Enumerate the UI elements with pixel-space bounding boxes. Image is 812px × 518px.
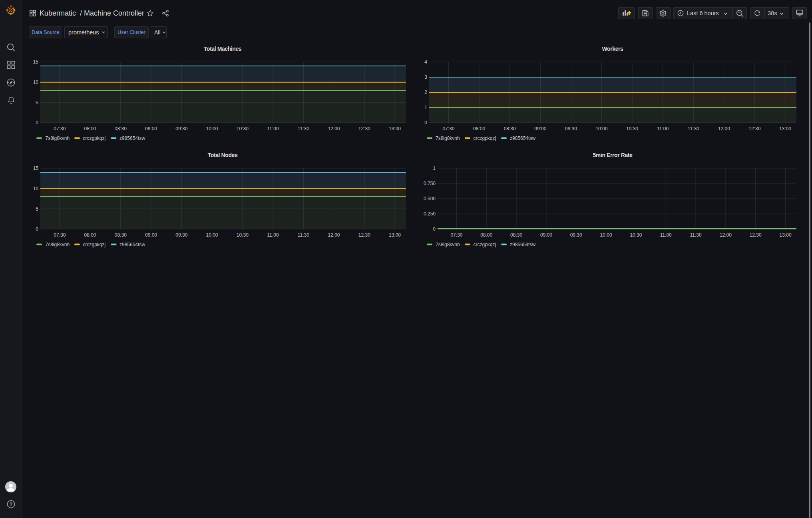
svg-text:15: 15	[33, 59, 39, 65]
svg-text:12:30: 12:30	[358, 126, 370, 131]
svg-text:08:30: 08:30	[115, 232, 127, 238]
svg-text:Total Nodes: Total Nodes	[208, 152, 238, 158]
svg-text:08:00: 08:00	[473, 126, 485, 131]
svg-text:?: ?	[10, 502, 13, 507]
svg-text:11:00: 11:00	[660, 232, 672, 238]
svg-text:crczgpkqzj: crczgpkqzj	[83, 135, 106, 141]
svg-text:09:30: 09:30	[175, 232, 187, 238]
svg-text:07:30: 07:30	[54, 232, 66, 238]
svg-text:09:00: 09:00	[145, 232, 157, 238]
svg-text:08:30: 08:30	[115, 126, 127, 131]
svg-text:09:30: 09:30	[570, 232, 582, 238]
svg-text:08:00: 08:00	[84, 126, 96, 131]
svg-text:08:00: 08:00	[480, 232, 492, 238]
svg-text:2: 2	[424, 90, 427, 95]
svg-text:0: 0	[424, 120, 427, 126]
svg-text:07:30: 07:30	[442, 126, 454, 131]
svg-text:07:30: 07:30	[450, 232, 462, 238]
svg-text:0.250: 0.250	[424, 211, 436, 217]
svg-text:12:00: 12:00	[328, 232, 340, 238]
svg-text:4: 4	[424, 59, 427, 65]
svg-text:10:30: 10:30	[630, 232, 642, 238]
svg-text:11:30: 11:30	[690, 232, 702, 238]
svg-text:09:00: 09:00	[540, 232, 552, 238]
svg-text:10:30: 10:30	[237, 232, 249, 238]
svg-text:z985654tsw: z985654tsw	[510, 135, 535, 141]
svg-text:10:30: 10:30	[237, 126, 249, 131]
svg-text:11:00: 11:00	[657, 126, 669, 131]
svg-text:12:00: 12:00	[720, 232, 732, 238]
svg-text:10:00: 10:00	[206, 126, 218, 131]
svg-text:5min Error Rate: 5min Error Rate	[593, 152, 633, 158]
svg-text:08:30: 08:30	[504, 126, 516, 131]
svg-text:09:30: 09:30	[565, 126, 577, 131]
svg-text:13:00: 13:00	[389, 232, 401, 238]
svg-text:7s8lg8kvnh: 7s8lg8kvnh	[46, 135, 70, 141]
svg-text:7s8lg8kvnh: 7s8lg8kvnh	[436, 135, 460, 141]
svg-text:10:00: 10:00	[595, 126, 607, 131]
svg-text:10:00: 10:00	[206, 232, 218, 238]
svg-text:07:30: 07:30	[54, 126, 66, 131]
svg-text:08:00: 08:00	[84, 232, 96, 238]
svg-text:1: 1	[424, 105, 427, 110]
svg-text:11:00: 11:00	[267, 126, 279, 131]
svg-text:15: 15	[33, 165, 39, 171]
svg-text:13:00: 13:00	[779, 126, 791, 131]
svg-text:11:00: 11:00	[267, 232, 279, 238]
svg-text:7s8lg8kvnh: 7s8lg8kvnh	[436, 242, 460, 247]
svg-text:12:00: 12:00	[328, 126, 340, 131]
svg-text:10:30: 10:30	[626, 126, 638, 131]
svg-text:3: 3	[424, 74, 427, 80]
svg-text:11:30: 11:30	[298, 232, 309, 238]
svg-text:09:00: 09:00	[145, 126, 157, 131]
svg-text:0.500: 0.500	[424, 196, 436, 201]
svg-text:z985654tsw: z985654tsw	[119, 242, 145, 247]
svg-text:5: 5	[36, 206, 38, 212]
svg-text:11:30: 11:30	[688, 126, 699, 131]
svg-text:10: 10	[33, 186, 39, 191]
svg-text:11:30: 11:30	[298, 126, 309, 131]
svg-text:12:00: 12:00	[718, 126, 730, 131]
svg-text:10:00: 10:00	[600, 232, 612, 238]
svg-text:Workers: Workers	[602, 46, 624, 52]
svg-text:09:30: 09:30	[175, 126, 187, 131]
svg-text:7s8lg8kvnh: 7s8lg8kvnh	[46, 242, 70, 247]
svg-text:08:30: 08:30	[510, 232, 522, 238]
svg-text:09:00: 09:00	[534, 126, 546, 131]
svg-text:z985654tsw: z985654tsw	[510, 242, 535, 247]
svg-text:5: 5	[36, 100, 38, 106]
svg-text:12:30: 12:30	[358, 232, 370, 238]
svg-text:crczgpkqzj: crczgpkqzj	[474, 135, 496, 141]
svg-text:12:30: 12:30	[748, 126, 760, 131]
svg-text:13:00: 13:00	[780, 232, 792, 238]
svg-text:0.750: 0.750	[424, 181, 436, 186]
svg-text:12:30: 12:30	[750, 232, 762, 238]
svg-text:Total Machines: Total Machines	[204, 46, 242, 52]
svg-text:0: 0	[36, 226, 38, 232]
svg-text:13:00: 13:00	[389, 126, 401, 131]
svg-text:0: 0	[36, 120, 38, 126]
svg-text:crczgpkqzj: crczgpkqzj	[474, 242, 496, 247]
svg-text:10: 10	[33, 80, 39, 85]
svg-text:z985654tsw: z985654tsw	[119, 135, 145, 141]
svg-text:0: 0	[433, 226, 436, 232]
svg-text:crczgpkqzj: crczgpkqzj	[83, 242, 106, 247]
svg-text:1: 1	[433, 165, 436, 171]
